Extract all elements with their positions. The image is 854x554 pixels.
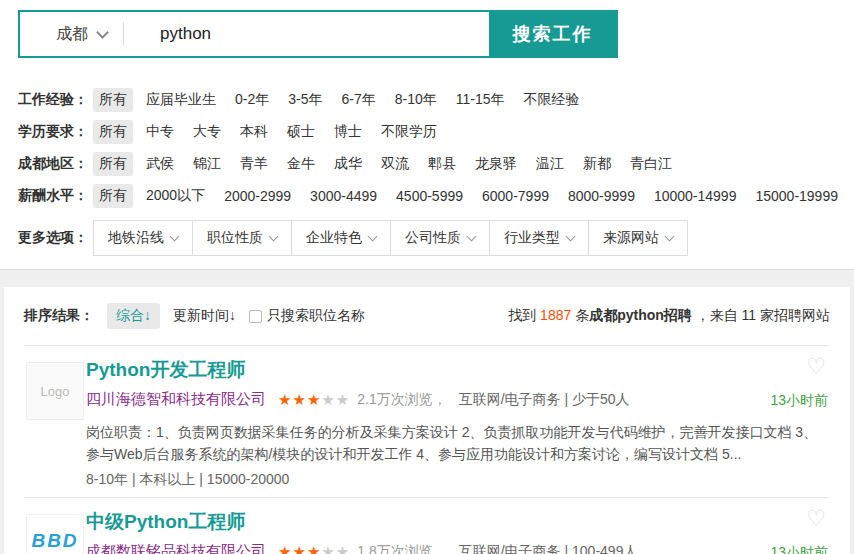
company-row: 四川海德智和科技有限公司 ★★★★★ 2.1万次浏览， 互联网/电子商务 | 少… [86,390,830,409]
filter-option[interactable]: 8000-9999 [562,185,641,207]
sort-update-time-button[interactable]: 更新时间↓ [173,307,236,325]
company-link[interactable]: 成都数联铭品科技有限公司 [86,542,266,554]
filter-option[interactable]: 8-10年 [389,88,443,112]
filter-option[interactable]: 成华 [328,152,368,176]
star-icon: ★ [278,391,292,408]
company-row: 成都数联铭品科技有限公司 ★★★★★ 1.8万次浏览， 互联网/电子商务 | 1… [86,542,830,554]
title-only-checkbox[interactable] [249,310,262,323]
filter-option[interactable]: 2000-2999 [218,185,297,207]
search-input[interactable] [124,12,489,56]
option-label: 所有 [99,123,127,139]
filter-options: 所有2000以下2000-29993000-44994500-59996000-… [93,184,854,208]
filter-option[interactable]: 所有 [93,152,133,176]
option-label: 龙泉驿 [475,155,517,171]
results-panel: 排序结果： 综合↓ 更新时间↓ 只搜索职位名称 找到 1887 条成都pytho… [4,287,850,554]
filter-option[interactable]: 青羊 [234,152,274,176]
filter-option[interactable]: 青白江 [624,152,678,176]
search-bar: 成都 搜索工作 [18,10,618,58]
company-logo-text: Logo [41,384,70,399]
more-filter-dropdown[interactable]: 来源网站 [589,221,687,255]
option-label: 应届毕业生 [146,91,216,107]
filter-row-education: 学历要求： 所有中专大专本科硕士博士不限学历 [18,120,854,144]
filter-option[interactable]: 所有 [93,88,133,112]
filter-option[interactable]: 博士 [328,120,368,144]
city-select[interactable]: 成都 [20,12,123,56]
option-label: 博士 [334,123,362,139]
option-label: 企业特色 [306,229,362,247]
filter-label: 工作经验： [18,91,93,109]
chevron-down-icon [269,232,279,242]
more-filter-dropdown[interactable]: 公司性质 [391,221,490,255]
more-filter-dropdown[interactable]: 职位性质 [193,221,292,255]
option-label: 锦江 [193,155,221,171]
filter-option[interactable]: 中专 [140,120,180,144]
title-only-checkbox-wrap[interactable]: 只搜索职位名称 [249,307,365,325]
result-summary: 找到 1887 条成都python招聘 ，来自 11 家招聘网站 [508,307,830,325]
sort-comprehensive-button[interactable]: 综合↓ [107,303,160,329]
option-label: 硕士 [287,123,315,139]
filter-option[interactable]: 15000-19999 [749,185,844,207]
views-count: 2.1万次浏览， [357,391,446,409]
post-time: 13小时前 [770,544,828,554]
chevron-down-icon [96,26,109,39]
filter-option[interactable]: 温江 [530,152,570,176]
option-label: 11-15年 [456,91,505,107]
filter-row-experience: 工作经验： 所有应届毕业生0-2年3-5年6-7年8-10年11-15年不限经验 [18,88,854,112]
company-link[interactable]: 四川海德智和科技有限公司 [86,390,266,409]
filter-option[interactable]: 所有 [93,120,133,144]
views-count: 1.8万次浏览， [357,543,446,554]
filter-option[interactable]: 本科 [234,120,274,144]
filter-option[interactable]: 金牛 [281,152,321,176]
star-icon: ★ [307,543,321,554]
more-filter-dropdown[interactable]: 行业类型 [490,221,589,255]
star-icon: ★ [336,543,350,554]
filter-option[interactable]: 新都 [577,152,617,176]
filter-option[interactable]: 不限学历 [375,120,443,144]
heart-icon[interactable]: ♡ [806,508,826,530]
filter-option[interactable]: 双流 [375,152,415,176]
filter-option[interactable]: 6-7年 [335,88,381,112]
job-description: 岗位职责：1、负责网页数据采集任务的分析及采集方案设计 2、负责抓取功能开发与代… [86,421,830,465]
option-label: 职位性质 [207,229,263,247]
sort-controls: 排序结果： 综合↓ 更新时间↓ 只搜索职位名称 [24,303,365,329]
more-filter-dropdown[interactable]: 地铁沿线 [94,221,193,255]
filter-option[interactable]: 3-5年 [282,88,328,112]
job-card[interactable]: BBD ♡ 13小时前 中级Python工程师 成都数联铭品科技有限公司 ★★★… [4,498,850,554]
filter-option[interactable]: 龙泉驿 [469,152,523,176]
filter-row-more-options: 更多选项： 地铁沿线职位性质企业特色公司性质行业类型来源网站 [18,220,854,256]
filter-option[interactable]: 所有 [93,184,133,208]
filter-option[interactable]: 不限经验 [518,88,586,112]
summary-prefix: 找到 [508,307,540,323]
heart-icon[interactable]: ♡ [806,356,826,378]
job-card[interactable]: Logo ♡ 13小时前 Python开发工程师 四川海德智和科技有限公司 ★★… [4,346,850,497]
filter-option[interactable]: 6000-7999 [476,185,555,207]
filter-option[interactable]: 4500-5999 [390,185,469,207]
filter-options: 所有中专大专本科硕士博士不限学历 [93,120,450,144]
star-icon: ★ [321,543,335,554]
star-rating: ★★★★★ [278,392,350,407]
company-logo: Logo [26,362,84,420]
filter-option[interactable]: 郫县 [422,152,462,176]
filter-option[interactable]: 3000-4499 [304,185,383,207]
filter-option[interactable]: 0-2年 [229,88,275,112]
filter-option[interactable]: 武侯 [140,152,180,176]
option-label: 0-2年 [235,91,269,107]
filter-option[interactable]: 2000以下 [140,184,211,208]
summary-suffix: ，来自 11 家招聘网站 [692,307,830,323]
filter-label: 学历要求： [18,123,93,141]
filter-option[interactable]: 硕士 [281,120,321,144]
option-label: 公司性质 [405,229,461,247]
filter-option[interactable]: 大专 [187,120,227,144]
option-label: 大专 [193,123,221,139]
search-button[interactable]: 搜索工作 [489,12,616,56]
more-filter-dropdown[interactable]: 企业特色 [292,221,391,255]
option-label: 来源网站 [603,229,659,247]
company-logo-text: BBD [31,530,78,552]
filter-option[interactable]: 锦江 [187,152,227,176]
sort-label: 排序结果： [24,307,94,325]
filter-option[interactable]: 10000-14999 [648,185,743,207]
job-title-link[interactable]: Python开发工程师 [86,359,245,381]
job-title-link[interactable]: 中级Python工程师 [86,511,245,533]
filter-option[interactable]: 应届毕业生 [140,88,222,112]
filter-option[interactable]: 11-15年 [450,88,511,112]
